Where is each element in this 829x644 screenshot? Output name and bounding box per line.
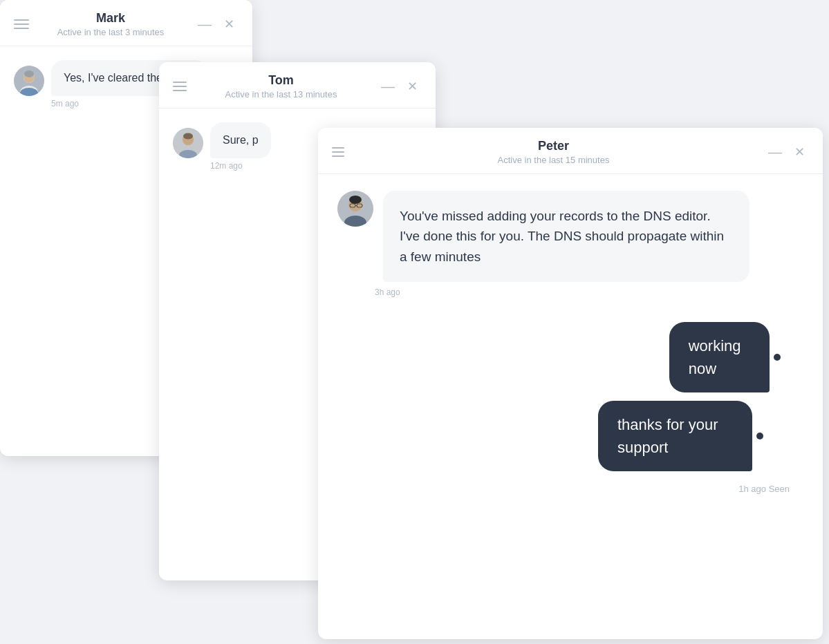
chat-status-peter: Active in the last 15 minutes <box>344 155 763 165</box>
minimize-button-peter[interactable]: — <box>763 144 788 160</box>
chat-header-tom: Tom Active in the last 13 minutes — ✕ <box>159 62 436 108</box>
msg-text-sent-2-peter: thanks for your support <box>617 416 718 456</box>
chat-header-center-mark: Mark Active in the last 3 minutes <box>29 11 192 37</box>
chat-window-peter: Peter Active in the last 15 minutes — ✕ <box>318 128 823 639</box>
avatar-tom <box>173 128 203 158</box>
chat-name-mark: Mark <box>29 11 192 26</box>
msg-text-sent-1-peter: working now <box>689 337 741 377</box>
sent-indicator-2 <box>756 433 763 439</box>
minimize-button-mark[interactable]: — <box>192 16 217 32</box>
bubble-received-tom: Sure, p <box>210 122 271 158</box>
sent-row-2-peter: thanks for your support <box>598 401 803 471</box>
sent-indicator-1 <box>774 354 781 361</box>
close-button-peter[interactable]: ✕ <box>790 143 809 161</box>
chat-header-center-tom: Tom Active in the last 13 minutes <box>187 73 375 100</box>
bubble-sent-2-peter: thanks for your support <box>598 401 752 471</box>
msg-text-received-peter: You've missed adding your records to the… <box>400 209 724 264</box>
sent-row-1-peter: working now <box>669 322 803 392</box>
avatar-mark <box>14 66 44 96</box>
msg-text-received-tom: Sure, p <box>223 134 259 146</box>
bubble-sent-1-peter: working now <box>669 322 770 392</box>
chat-name-peter: Peter <box>344 139 763 153</box>
menu-icon-tom[interactable] <box>173 82 187 91</box>
avatar-peter <box>337 191 373 227</box>
msg-time-sent-peter: 1h ago Seen <box>738 484 803 494</box>
minimize-button-tom[interactable]: — <box>375 78 400 95</box>
svg-point-10 <box>183 133 193 140</box>
svg-point-5 <box>24 70 34 77</box>
chat-header-mark: Mark Active in the last 3 minutes — ✕ <box>0 0 252 46</box>
menu-icon-peter[interactable] <box>332 147 344 157</box>
header-actions-tom: — ✕ <box>375 77 422 95</box>
bubble-received-peter: You've missed adding your records to the… <box>383 191 749 282</box>
chat-status-mark: Active in the last 3 minutes <box>29 27 192 37</box>
chat-header-peter: Peter Active in the last 15 minutes — ✕ <box>318 128 823 174</box>
chat-body-peter: You've missed adding your records to the… <box>318 174 823 639</box>
header-actions-peter: — ✕ <box>763 143 809 161</box>
svg-point-18 <box>349 196 362 204</box>
close-button-tom[interactable]: ✕ <box>403 77 422 95</box>
chat-status-tom: Active in the last 13 minutes <box>187 89 375 100</box>
message-group-received-peter: You've missed adding your records to the… <box>337 191 803 297</box>
menu-icon-mark[interactable] <box>14 19 29 29</box>
msg-time-received-peter: 3h ago <box>337 287 803 297</box>
close-button-mark[interactable]: ✕ <box>220 15 239 33</box>
chat-name-tom: Tom <box>187 73 375 88</box>
chat-header-center-peter: Peter Active in the last 15 minutes <box>344 139 763 165</box>
msg-row-received-peter: You've missed adding your records to the… <box>337 191 803 282</box>
header-actions-mark: — ✕ <box>192 15 239 33</box>
sent-messages-peter: working now thanks for your support 1h a… <box>337 322 803 494</box>
